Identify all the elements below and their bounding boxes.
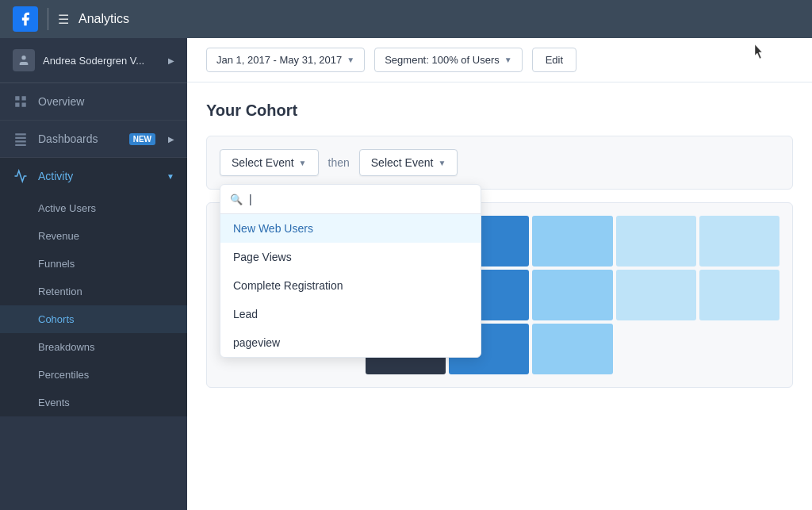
sidebar-item-overview[interactable]: Overview [0,83,187,121]
grid-cell-r1c3 [532,216,612,267]
svg-rect-6 [15,140,26,142]
app-title: Analytics [79,12,129,26]
topbar-divider [48,8,48,30]
select-event-2-arrow-icon: ▼ [438,159,446,167]
then-label: then [325,156,353,169]
date-range-button[interactable]: Jan 1, 2017 - May 31, 2017 ▼ [206,48,365,72]
select-event-button-1[interactable]: Select Event ▼ [220,149,319,176]
svg-rect-4 [15,133,26,135]
segment-label: Segment: 100% of Users [385,54,500,66]
dropdown-item-complete-registration[interactable]: Complete Registration [220,271,481,300]
date-range-arrow-icon: ▼ [347,56,354,64]
dashboards-chevron-icon: ▶ [168,135,174,144]
edit-button[interactable]: Edit [532,48,576,72]
sidebar-user[interactable]: Andrea Sodergren V... ▶ [0,38,187,83]
svg-rect-3 [22,103,26,107]
svg-rect-7 [15,144,26,146]
sidebar-activity-label: Activity [38,170,73,182]
page-title: Your Cohort [206,102,793,120]
segment-arrow-icon: ▼ [504,56,512,64]
grid-cell-r3c4 [616,324,696,374]
main-layout: Andrea Sodergren V... ▶ Overview Dashboa… [0,38,812,510]
dropdown-search-bar: 🔍 [220,185,481,214]
event-dropdown-menu: 🔍 New Web Users Page Views Complete Regi… [220,184,481,358]
dashboards-icon [13,131,29,147]
grid-cell-r3c5 [699,324,779,374]
page-content: Your Cohort Select Event ▼ then Select E… [187,82,812,510]
sidebar-overview-label: Overview [38,95,174,108]
sidebar-item-percentiles[interactable]: Percentiles [0,361,187,389]
facebook-logo-icon [13,6,38,32]
date-range-label: Jan 1, 2017 - May 31, 2017 [216,54,342,66]
grid-cell-r1c4 [616,216,696,267]
sidebar-item-retention[interactable]: Retention [0,278,187,305]
sidebar-item-events[interactable]: Events [0,389,187,416]
filter-row: Select Event ▼ then Select Event ▼ 🔍 [220,149,779,176]
content-header: Jan 1, 2017 - May 31, 2017 ▼ Segment: 10… [187,38,812,82]
sidebar-item-breakdowns[interactable]: Breakdowns [0,333,187,361]
svg-rect-0 [15,96,19,100]
select-event-2-label: Select Event [371,156,434,169]
activity-chevron-icon: ▼ [167,172,174,181]
content-area: Jan 1, 2017 - May 31, 2017 ▼ Segment: 10… [187,38,812,510]
segment-button[interactable]: Segment: 100% of Users ▼ [374,48,522,72]
sidebar-item-funnels[interactable]: Funnels [0,250,187,278]
sidebar-item-active-users[interactable]: Active Users [0,194,187,222]
sidebar-activity-section: Activity ▼ Active Users Revenue Funnels … [0,158,187,416]
grid-cell-r1c5 [699,216,779,267]
grid-cell-r2c5 [699,270,779,320]
sidebar-item-revenue[interactable]: Revenue [0,222,187,250]
dashboards-badge: NEW [129,133,155,145]
sidebar-item-dashboards[interactable]: Dashboards NEW ▶ [0,121,187,158]
activity-icon [13,168,29,184]
sidebar: Andrea Sodergren V... ▶ Overview Dashboa… [0,38,187,510]
select-event-1-label: Select Event [232,156,294,169]
dropdown-item-lead[interactable]: Lead [220,300,481,328]
sidebar-dashboards-label: Dashboards [38,132,120,145]
edit-label: Edit [546,54,563,66]
dropdown-item-page-views[interactable]: Page Views [220,243,481,271]
dropdown-item-new-web-users[interactable]: New Web Users [220,214,481,243]
sidebar-activity-header[interactable]: Activity ▼ [0,158,187,194]
user-icon [13,49,35,71]
grid-cell-r2c4 [616,270,696,320]
svg-rect-5 [15,137,26,139]
grid-cell-r3c3 [532,324,612,374]
grid-cell-r2c3 [532,270,612,320]
topbar: ☰ Analytics [0,0,812,38]
svg-rect-1 [22,96,26,100]
svg-rect-2 [15,103,19,107]
sidebar-user-chevron-icon: ▶ [168,56,174,65]
dropdown-search-icon: 🔍 [230,194,243,205]
overview-icon [13,94,29,109]
cohort-filter: Select Event ▼ then Select Event ▼ 🔍 [206,136,793,190]
hamburger-icon[interactable]: ☰ [58,12,69,27]
dropdown-item-pageview[interactable]: pageview [220,328,481,357]
select-event-1-arrow-icon: ▼ [299,159,307,167]
sidebar-item-cohorts[interactable]: Cohorts [0,305,187,333]
select-event-button-2[interactable]: Select Event ▼ [359,149,458,176]
dropdown-search-input[interactable] [249,193,471,205]
sidebar-user-name: Andrea Sodergren V... [43,55,168,67]
